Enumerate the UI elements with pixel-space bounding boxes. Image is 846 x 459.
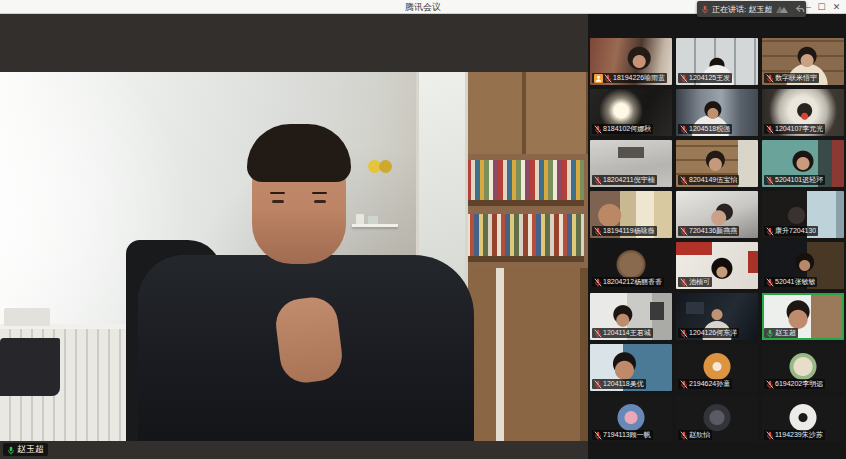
speaker-eye xyxy=(272,200,284,203)
participant-tile[interactable]: 1204114王君城 xyxy=(590,293,672,340)
mic-muted-icon xyxy=(680,278,688,287)
participant-tile[interactable]: 1204518税强 xyxy=(676,89,758,136)
dark-object xyxy=(0,338,60,396)
mic-muted-icon xyxy=(594,380,602,389)
mic-muted-icon xyxy=(604,74,612,83)
participant-name: 8184102何娜秋 xyxy=(603,124,651,134)
mic-muted-icon xyxy=(594,176,602,185)
participant-tile[interactable]: 1194239朱沙苏 xyxy=(762,395,844,442)
participant-tile[interactable]: 6194202李明远 xyxy=(762,344,844,391)
speaker-brow xyxy=(270,192,285,194)
participant-tile[interactable]: 52041张敏敏 xyxy=(762,242,844,289)
participant-tile[interactable]: 5204101迟轻环 xyxy=(762,140,844,187)
participant-name: 赵玉超 xyxy=(775,328,796,338)
participant-label: 52041张敏敏 xyxy=(764,277,817,287)
cabinet-top-doors xyxy=(462,72,588,154)
double-chevron-icon[interactable] xyxy=(775,4,789,14)
mic-muted-icon xyxy=(594,431,602,440)
participant-name: 赵欣怡 xyxy=(689,430,710,440)
participant-label: 7204136颜燕燕 xyxy=(678,226,739,236)
maximize-button[interactable]: ☐ xyxy=(814,0,829,14)
wall-shelf xyxy=(352,224,398,227)
speaker-eye xyxy=(314,200,326,203)
participant-name: 52041张敏敏 xyxy=(775,277,815,287)
participant-tile[interactable]: 池楠可 xyxy=(676,242,758,289)
participant-label: 赵欣怡 xyxy=(678,430,712,440)
participant-label: 2194624孙童 xyxy=(678,379,732,389)
book-row xyxy=(466,160,584,206)
speaking-toast[interactable]: 正在讲话: 赵玉超 xyxy=(697,1,806,17)
participant-sidebar: 18194226喻雨蓝1204125王发数字联米悟宇8184102何娜秋1204… xyxy=(588,14,846,459)
participant-tile[interactable]: 8184102何娜秋 xyxy=(590,89,672,136)
participant-label: 1204126何东洋 xyxy=(678,328,739,338)
participant-name: 6194202李明远 xyxy=(775,379,823,389)
meeting-window: 腾讯会议 — ☐ ✕ 正在讲话: 赵玉超 xyxy=(0,0,846,459)
participant-tile[interactable]: 1204107李元光 xyxy=(762,89,844,136)
participant-label: 8184102何娜秋 xyxy=(592,124,653,134)
mic-muted-icon xyxy=(680,329,688,338)
participant-name: 1204118吴优 xyxy=(603,379,644,389)
main-stage: 赵玉超 xyxy=(0,14,588,459)
participant-tile[interactable]: 1204125王发 xyxy=(676,38,758,85)
participant-tile[interactable]: 18194226喻雨蓝 xyxy=(590,38,672,85)
participant-name: 1204107李元光 xyxy=(775,124,823,134)
participant-name: 5204101迟轻环 xyxy=(775,175,823,185)
mic-muted-icon xyxy=(594,227,602,236)
host-badge-icon xyxy=(594,74,603,83)
participant-name: 7194113顾一帆 xyxy=(603,430,651,440)
mic-muted-icon xyxy=(594,125,602,134)
participant-tile[interactable]: 康升7204130 xyxy=(762,191,844,238)
participant-name: 1204114王君城 xyxy=(603,328,651,338)
participant-grid: 18194226喻雨蓝1204125王发数字联米悟宇8184102何娜秋1204… xyxy=(590,38,844,442)
participant-name: 1204518税强 xyxy=(689,124,730,134)
mic-muted-icon xyxy=(680,176,688,185)
participant-label: 8204149伍宝怡 xyxy=(678,175,739,185)
participant-tile[interactable]: 数字联米悟宇 xyxy=(762,38,844,85)
book-row xyxy=(466,214,584,262)
participant-name: 1204126何东洋 xyxy=(689,328,737,338)
participant-label: 18204212杨丽香香 xyxy=(592,277,664,287)
participant-tile[interactable]: 7204136颜燕燕 xyxy=(676,191,758,238)
participant-label: 7194113顾一帆 xyxy=(592,430,653,440)
mic-icon xyxy=(701,5,709,14)
participant-name: 18194119杨咏薇 xyxy=(603,226,655,236)
reply-arrow-icon[interactable] xyxy=(795,4,805,14)
participant-tile[interactable]: 赵玉超 xyxy=(762,293,844,340)
participant-label: 6194202李明远 xyxy=(764,379,825,389)
mic-muted-icon xyxy=(680,125,688,134)
participant-name: 2194624孙童 xyxy=(689,379,730,389)
participant-tile[interactable]: 18194119杨咏薇 xyxy=(590,191,672,238)
participant-tile[interactable]: 2194624孙童 xyxy=(676,344,758,391)
speaking-text: 正在讲话: 赵玉超 xyxy=(712,4,772,15)
participant-label: 18204211倪宇楠 xyxy=(592,175,657,185)
speaker-brow xyxy=(312,192,327,194)
shelf-item xyxy=(368,216,378,224)
close-button[interactable]: ✕ xyxy=(829,0,844,14)
mic-active-icon xyxy=(7,441,15,459)
participant-label: 1204518税强 xyxy=(678,124,732,134)
participant-tile[interactable]: 1204126何东洋 xyxy=(676,293,758,340)
mic-muted-icon xyxy=(680,74,688,83)
mic-muted-icon xyxy=(766,74,774,83)
participant-tile[interactable]: 赵欣怡 xyxy=(676,395,758,442)
participant-label: 1204107李元光 xyxy=(764,124,825,134)
participant-tile[interactable]: 18204211倪宇楠 xyxy=(590,140,672,187)
mic-muted-icon xyxy=(680,227,688,236)
participant-label: 18194226喻雨蓝 xyxy=(592,73,667,83)
participant-tile[interactable]: 1204118吴优 xyxy=(590,344,672,391)
participant-tile[interactable]: 8204149伍宝怡 xyxy=(676,140,758,187)
participant-tile[interactable]: 7194113顾一帆 xyxy=(590,395,672,442)
mic-muted-icon xyxy=(766,176,774,185)
mic-muted-icon xyxy=(594,329,602,338)
participant-label: 5204101迟轻环 xyxy=(764,175,825,185)
mic-muted-icon xyxy=(766,227,774,236)
mic-muted-icon xyxy=(680,380,688,389)
participant-name: 1204125王发 xyxy=(689,73,730,83)
participant-label: 池楠可 xyxy=(678,277,712,287)
participant-name: 18204211倪宇楠 xyxy=(603,175,655,185)
shelf-item xyxy=(356,214,364,224)
participant-name: 1194239朱沙苏 xyxy=(775,430,823,440)
white-box xyxy=(4,308,50,326)
mic-muted-icon xyxy=(766,431,774,440)
participant-tile[interactable]: 18204212杨丽香香 xyxy=(590,242,672,289)
